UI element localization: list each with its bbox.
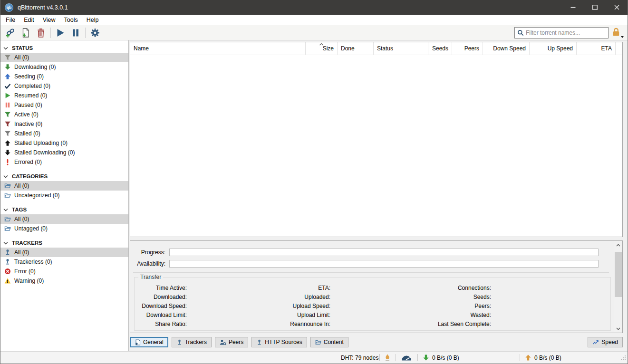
minimize-icon <box>570 5 576 10</box>
sidebar-item-status-stalled-downloading[interactable]: Stalled Downloading (0) <box>0 148 128 157</box>
tab-trackers[interactable]: Trackers <box>172 337 212 347</box>
section-title: CATEGORIES <box>12 173 48 179</box>
funnel-icon <box>4 111 11 118</box>
pause-button[interactable] <box>68 26 83 39</box>
upload-speed-arrow-icon <box>525 354 531 361</box>
sidebar-item-tags-untagged[interactable]: Untagged (0) <box>0 224 128 233</box>
chevron-up-icon <box>616 244 620 247</box>
item-label: Untagged (0) <box>14 225 48 232</box>
sidebar-item-status-stalled-uploading[interactable]: Stalled Uploading (0) <box>0 138 128 148</box>
sidebar-item-status-stalled[interactable]: Stalled (0) <box>0 129 128 138</box>
sidebar-item-categories-uncategorized[interactable]: Uncategorized (0) <box>0 191 128 200</box>
lock-button[interactable] <box>612 28 621 38</box>
column-header-status[interactable]: Status <box>374 42 428 55</box>
sidebar-item-status-seeding[interactable]: Seeding (0) <box>0 72 128 81</box>
download-limit-label: Download Limit: <box>135 312 187 318</box>
download-speed-status[interactable]: 0 B/s (0 B) <box>423 354 459 361</box>
sidebar-item-status-all[interactable]: All (0) <box>0 53 128 62</box>
sidebar-item-trackers-trackerless[interactable]: Trackerless (0) <box>0 257 128 267</box>
menu-view[interactable]: View <box>39 15 60 25</box>
add-torrent-link-button[interactable] <box>3 26 18 39</box>
delete-button[interactable] <box>33 26 48 39</box>
tab-label: Content <box>324 339 344 345</box>
sidebar-section-tags[interactable]: TAGS <box>0 205 128 214</box>
column-header-peers[interactable]: Peers <box>452 42 483 55</box>
scrollbar-track[interactable] <box>614 249 622 325</box>
transfer-row: Time Active: ETA: Connections: <box>135 283 610 292</box>
tracker-icon <box>4 259 11 265</box>
add-torrent-file-button[interactable] <box>18 26 33 39</box>
scroll-up-button[interactable] <box>614 241 622 249</box>
menu-file[interactable]: File <box>1 15 19 25</box>
sidebar-item-status-downloading[interactable]: Downloading (0) <box>0 62 128 72</box>
sidebar-section-status[interactable]: STATUS <box>0 43 128 53</box>
tab-http-sources[interactable]: HTTP Sources <box>251 337 307 347</box>
column-header-seeds[interactable]: Seeds <box>428 42 452 55</box>
alt-speed-gauge-icon[interactable] <box>401 354 412 362</box>
pause-bars-icon <box>4 102 11 108</box>
sidebar-item-status-inactive[interactable]: Inactive (0) <box>0 119 128 129</box>
main-content: STATUS All (0) Downloading (0) Seeding (… <box>0 40 628 351</box>
statusbar-separator <box>379 354 380 361</box>
tab-content[interactable]: Content <box>310 337 348 347</box>
item-label: Error (0) <box>14 268 36 275</box>
app-logo-icon[interactable]: qb <box>5 3 13 12</box>
sidebar-item-status-errored[interactable]: Errored (0) <box>0 157 128 167</box>
uploaded-label: Uploaded: <box>187 294 330 300</box>
tab-peers[interactable]: Peers <box>215 337 248 347</box>
menu-tools[interactable]: Tools <box>60 15 82 25</box>
scroll-down-button[interactable] <box>614 325 622 333</box>
funnel-icon <box>4 54 11 61</box>
filter-torrents-input[interactable] <box>526 29 606 36</box>
exclamation-icon <box>4 159 11 165</box>
column-header-done[interactable]: Done <box>338 42 374 55</box>
options-button[interactable] <box>87 26 103 39</box>
details-scrollbar[interactable] <box>614 241 622 333</box>
menu-edit[interactable]: Edit <box>19 15 39 25</box>
sidebar-item-trackers-error[interactable]: Error (0) <box>0 267 128 276</box>
column-header-down-speed[interactable]: Down Speed <box>483 42 530 55</box>
resume-button[interactable] <box>53 26 68 39</box>
section-title: STATUS <box>12 45 33 51</box>
resize-grip[interactable] <box>620 355 626 362</box>
sidebar-item-trackers-warning[interactable]: Warning (0) <box>0 276 128 286</box>
item-label: Paused (0) <box>14 102 42 108</box>
column-header-up-speed[interactable]: Up Speed <box>530 42 577 55</box>
sidebar-section-categories[interactable]: CATEGORIES <box>0 172 128 181</box>
upload-speed-status[interactable]: 0 B/s (0 B) <box>525 354 561 361</box>
sidebar-item-status-completed[interactable]: Completed (0) <box>0 81 128 91</box>
chevron-down-icon <box>3 241 8 245</box>
column-header-size[interactable]: Size <box>306 42 338 55</box>
up-arrow-icon <box>4 140 11 146</box>
dht-nodes-label: DHT: 79 nodes <box>341 354 378 361</box>
maximize-button[interactable] <box>584 0 606 15</box>
close-button[interactable] <box>606 0 628 15</box>
scrollbar-thumb[interactable] <box>615 252 622 297</box>
column-label: Peers <box>464 45 479 52</box>
sidebar-item-status-resumed[interactable]: Resumed (0) <box>0 91 128 100</box>
window-controls <box>562 0 628 15</box>
tab-general[interactable]: General <box>130 337 168 347</box>
item-label: Stalled Downloading (0) <box>14 149 75 156</box>
upload-limit-label: Upload Limit: <box>187 312 330 318</box>
sidebar-item-status-paused[interactable]: Paused (0) <box>0 100 128 110</box>
column-header-name[interactable]: Name <box>130 42 306 55</box>
down-arrow-icon <box>4 149 11 156</box>
menu-help[interactable]: Help <box>82 15 103 25</box>
progress-label: Progress: <box>130 249 165 256</box>
column-label: Done <box>341 45 355 52</box>
sidebar-item-status-active[interactable]: Active (0) <box>0 110 128 119</box>
transfer-row: Download Speed: Upload Speed: Peers: <box>135 301 610 310</box>
sidebar-section-trackers[interactable]: TRACKERS <box>0 238 128 248</box>
item-label: Uncategorized (0) <box>14 192 59 199</box>
speed-button[interactable]: Speed <box>588 337 623 347</box>
sidebar-item-tags-all[interactable]: All (0) <box>0 214 128 224</box>
minimize-button[interactable] <box>562 0 584 15</box>
download-speed-arrow-icon <box>423 354 429 361</box>
sidebar-item-categories-all[interactable]: All (0) <box>0 181 128 191</box>
item-label: Stalled (0) <box>14 130 40 137</box>
chevron-down-icon <box>3 47 8 50</box>
column-header-eta[interactable]: ETA <box>577 42 616 55</box>
sidebar-item-trackers-all[interactable]: All (0) <box>0 248 128 257</box>
item-label: Stalled Uploading (0) <box>14 140 68 146</box>
